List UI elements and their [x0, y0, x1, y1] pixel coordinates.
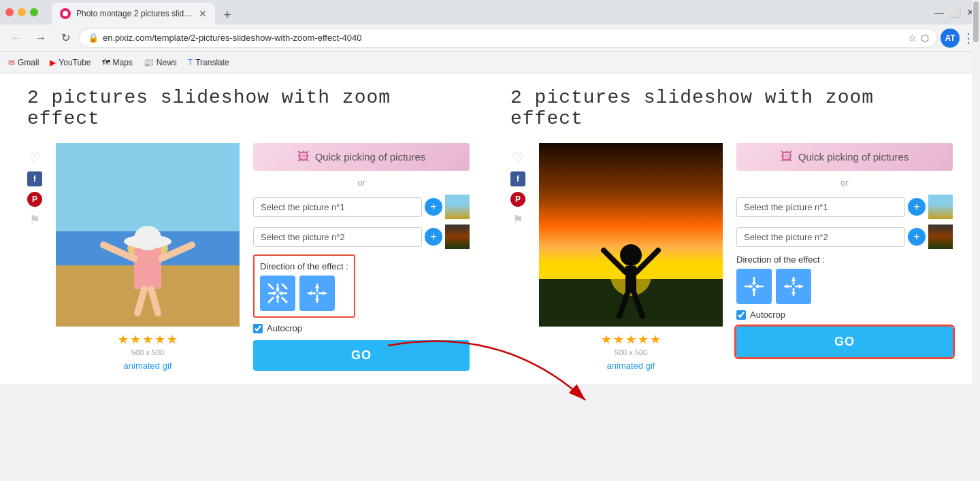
bookmarks-bar: ✉ Gmail ▶ YouTube 🗺 Maps 📰 News T Transl…: [0, 52, 980, 73]
right-select-picture-2-button[interactable]: Select the picture n°2: [736, 227, 905, 247]
left-go-button[interactable]: GO: [253, 340, 470, 371]
reload-button[interactable]: ↻: [54, 27, 76, 49]
svg-marker-56: [791, 292, 796, 296]
scrollbar[interactable]: [972, 0, 980, 481]
left-quick-pick-icon: 🖼: [297, 150, 310, 164]
address-bar-icons: ☆ ⬡: [908, 33, 929, 44]
right-panel-body: ♡ f P ⚑: [510, 143, 953, 371]
title-bar: Photo montage 2 pictures slides... ✕ + —…: [0, 0, 980, 24]
right-panel: 2 pictures slideshow with zoom effect ♡ …: [510, 87, 953, 371]
left-panel: 2 pictures slideshow with zoom effect ♡ …: [27, 87, 470, 371]
address-bar[interactable]: 🔒 en.pixiz.com/template/2-pictures-slide…: [79, 29, 938, 48]
right-select-picture-1-label: Select the picture n°1: [744, 202, 828, 212]
svg-point-0: [63, 11, 68, 16]
right-direction-zoom-out[interactable]: [776, 269, 811, 304]
svg-marker-45: [752, 280, 756, 284]
right-go-button[interactable]: GO: [736, 327, 953, 357]
svg-marker-31: [315, 299, 319, 303]
svg-marker-55: [799, 284, 803, 288]
bookmark-star-icon[interactable]: ☆: [908, 33, 917, 44]
youtube-icon: ▶: [50, 58, 56, 67]
scrollbar-thumb[interactable]: [973, 1, 979, 42]
svg-marker-28: [315, 284, 319, 288]
left-heart-icon[interactable]: ♡: [29, 150, 41, 166]
left-add-picture-1-button[interactable]: +: [425, 198, 442, 216]
left-quick-pick-button[interactable]: 🖼 Quick picking of pictures: [253, 143, 470, 171]
right-add-picture-2-button[interactable]: +: [908, 228, 926, 246]
left-direction-box: Direction of the effect :: [253, 254, 355, 318]
left-facebook-icon[interactable]: f: [27, 171, 42, 186]
window-controls: — ⬜ ✕: [934, 7, 975, 18]
svg-marker-20: [276, 286, 280, 291]
svg-line-18: [268, 297, 274, 303]
svg-marker-21: [271, 291, 275, 295]
bookmark-news[interactable]: 📰 News: [144, 58, 177, 67]
right-quick-pick-label: Quick picking of pictures: [798, 151, 909, 163]
bookmark-translate[interactable]: T Translate: [188, 58, 229, 67]
right-facebook-icon[interactable]: f: [510, 171, 525, 186]
right-direction-box: Direction of the effect :: [736, 254, 825, 304]
svg-line-17: [282, 284, 287, 289]
left-select-picture-2-button[interactable]: Select the picture n°2: [253, 227, 422, 247]
svg-rect-5: [134, 248, 161, 289]
forward-button[interactable]: →: [30, 27, 52, 49]
left-autocrop-label: Autocrop: [267, 323, 302, 333]
main-layout: 2 pictures slideshow with zoom effect ♡ …: [27, 87, 953, 371]
svg-point-7: [134, 226, 161, 250]
svg-line-16: [268, 284, 274, 289]
gmail-icon: ✉: [8, 58, 15, 67]
right-direction-label: Direction of the effect :: [736, 254, 825, 265]
right-heart-icon[interactable]: ♡: [512, 150, 524, 166]
maximize-button[interactable]: [30, 8, 38, 16]
lock-icon: 🔒: [88, 33, 99, 43]
restore-window-button[interactable]: ⬜: [949, 7, 961, 18]
right-preview-image: [539, 143, 723, 327]
svg-marker-47: [757, 284, 761, 288]
left-direction-zoom-in[interactable]: [260, 276, 295, 311]
right-animated-gif-link[interactable]: animated gif: [607, 361, 655, 371]
bookmark-translate-label: Translate: [195, 58, 229, 67]
minimize-button[interactable]: [18, 8, 26, 16]
left-select-picture-1-row: Select the picture n°1 +: [253, 195, 470, 219]
left-direction-zoom-out[interactable]: [299, 276, 335, 311]
bookmark-maps[interactable]: 🗺 Maps: [102, 58, 133, 67]
browser-tab[interactable]: Photo montage 2 pictures slides... ✕: [52, 3, 215, 24]
right-autocrop-checkbox[interactable]: [736, 310, 746, 320]
svg-marker-22: [280, 291, 284, 295]
right-add-picture-1-button[interactable]: +: [908, 198, 926, 216]
back-button[interactable]: ←: [5, 27, 27, 49]
right-pinterest-icon[interactable]: P: [510, 192, 525, 207]
browser-chrome: Photo montage 2 pictures slides... ✕ + —…: [0, 0, 980, 73]
new-tab-button[interactable]: +: [218, 5, 237, 24]
cast-icon[interactable]: ⬡: [921, 33, 929, 44]
profile-button[interactable]: AT: [941, 29, 960, 48]
tab-close-button[interactable]: ✕: [199, 8, 207, 19]
left-select-picture-2-row: Select the picture n°2 +: [253, 225, 470, 249]
maps-icon: 🗺: [102, 58, 110, 67]
left-pinterest-icon[interactable]: P: [27, 192, 42, 207]
right-sunset-svg: [539, 143, 723, 327]
right-quick-pick-button[interactable]: 🖼 Quick picking of pictures: [736, 143, 953, 171]
left-animated-gif-link[interactable]: animated gif: [124, 361, 172, 371]
left-autocrop-checkbox[interactable]: [253, 324, 263, 333]
left-stars: ★ ★ ★ ★ ★: [118, 332, 178, 347]
right-or-text: or: [736, 178, 953, 188]
bookmark-youtube[interactable]: ▶ YouTube: [50, 58, 91, 67]
right-thumb-2: [928, 225, 953, 249]
left-flag-icon[interactable]: ⚑: [29, 212, 40, 227]
bookmark-gmail[interactable]: ✉ Gmail: [8, 58, 39, 67]
left-direction-icons: [260, 276, 348, 311]
news-icon: 📰: [144, 58, 154, 67]
right-direction-zoom-in[interactable]: [736, 269, 772, 304]
left-add-picture-2-button[interactable]: +: [425, 228, 442, 246]
minimize-window-button[interactable]: —: [934, 7, 944, 18]
close-button[interactable]: [5, 8, 14, 16]
right-select-picture-1-button[interactable]: Select the picture n°1: [736, 197, 905, 217]
tab-title: Photo montage 2 pictures slides...: [76, 9, 193, 18]
svg-rect-1: [56, 143, 240, 231]
page-content: 2 pictures slideshow with zoom effect ♡ …: [0, 73, 980, 384]
right-flag-icon[interactable]: ⚑: [512, 212, 523, 227]
left-select-picture-1-button[interactable]: Select the picture n°1: [253, 197, 422, 217]
bookmark-gmail-label: Gmail: [18, 58, 39, 67]
right-autocrop-row: Autocrop: [736, 310, 953, 320]
